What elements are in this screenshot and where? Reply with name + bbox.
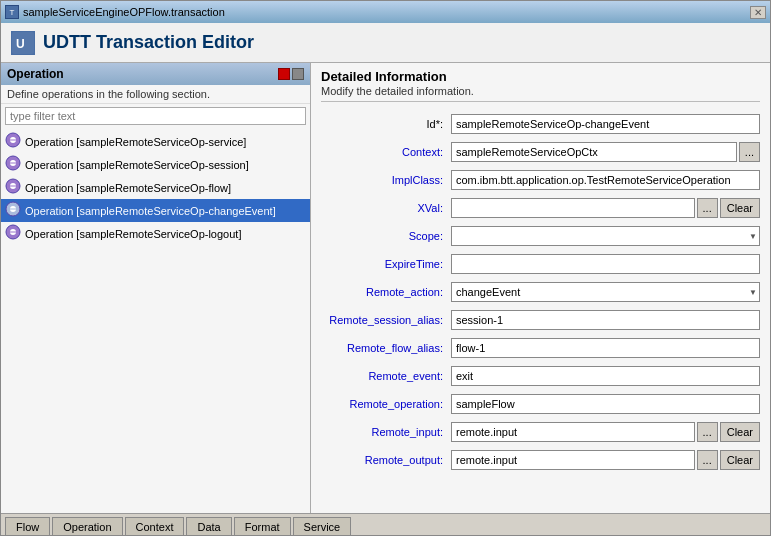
id-row: Id*: — [321, 112, 760, 136]
remote-input-clear-button[interactable]: Clear — [720, 422, 760, 442]
tree-area: Operation [sampleRemoteServiceOp-service… — [1, 128, 310, 513]
remote-operation-label[interactable]: Remote_operation: — [321, 398, 451, 410]
filter-input[interactable] — [5, 107, 306, 125]
form-area: Id*: Context: ... ImplClass: — [311, 108, 770, 513]
window-title: sampleServiceEngineOPFlow.transaction — [23, 6, 225, 18]
implclass-value-container — [451, 170, 760, 190]
id-label: Id*: — [321, 118, 451, 130]
tree-item-icon — [5, 132, 21, 151]
remote-operation-input[interactable] — [451, 394, 760, 414]
tree-item[interactable]: Operation [sampleRemoteServiceOp-session… — [1, 153, 310, 176]
svg-rect-7 — [8, 163, 18, 164]
svg-rect-4 — [8, 140, 18, 141]
context-label[interactable]: Context: — [321, 146, 451, 158]
panel-red-icon[interactable] — [278, 68, 290, 80]
close-icon[interactable]: ✕ — [750, 6, 766, 19]
title-bar: T sampleServiceEngineOPFlow.transaction … — [1, 1, 770, 23]
app-title: UDTT Transaction Editor — [43, 32, 254, 53]
remote-input-dots-button[interactable]: ... — [697, 422, 718, 442]
svg-text:U: U — [16, 37, 25, 51]
remote-session-alias-container — [451, 310, 760, 330]
tree-item-label: Operation [sampleRemoteServiceOp-service… — [25, 136, 246, 148]
context-dots-button[interactable]: ... — [739, 142, 760, 162]
remote-action-select[interactable]: changeEvent — [451, 282, 760, 302]
tree-item-icon — [5, 178, 21, 197]
id-input[interactable] — [451, 114, 760, 134]
remote-input-container: ... Clear — [451, 422, 760, 442]
remote-session-alias-label[interactable]: Remote_session_alias: — [321, 314, 451, 326]
remote-input-input[interactable] — [451, 422, 695, 442]
tab-context[interactable]: Context — [125, 517, 185, 535]
tree-item-label: Operation [sampleRemoteServiceOp-changeE… — [25, 205, 276, 217]
remote-operation-container — [451, 394, 760, 414]
main-content: Operation Define operations in the follo… — [1, 63, 770, 513]
remote-flow-alias-label[interactable]: Remote_flow_alias: — [321, 342, 451, 354]
remote-event-label[interactable]: Remote_event: — [321, 370, 451, 382]
remote-flow-alias-input[interactable] — [451, 338, 760, 358]
right-panel: Detailed Information Modify the detailed… — [311, 63, 770, 513]
tab-service[interactable]: Service — [293, 517, 352, 535]
right-subtitle: Modify the detailed information. — [321, 85, 760, 97]
svg-rect-10 — [8, 186, 18, 187]
xval-dots-button[interactable]: ... — [697, 198, 718, 218]
app-icon: U — [11, 31, 35, 55]
scope-label[interactable]: Scope: — [321, 230, 451, 242]
xval-input[interactable] — [451, 198, 695, 218]
remote-session-alias-row: Remote_session_alias: — [321, 308, 760, 332]
panel-grey-icon[interactable] — [292, 68, 304, 80]
remote-event-input[interactable] — [451, 366, 760, 386]
panel-subtitle: Define operations in the following secti… — [1, 85, 310, 104]
remote-action-label[interactable]: Remote_action: — [321, 286, 451, 298]
remote-action-container: changeEvent — [451, 282, 760, 302]
tab-data[interactable]: Data — [186, 517, 231, 535]
remote-event-container — [451, 366, 760, 386]
expiretime-label[interactable]: ExpireTime: — [321, 258, 451, 270]
remote-flow-alias-container — [451, 338, 760, 358]
window-icon: T — [5, 5, 19, 19]
xval-clear-button[interactable]: Clear — [720, 198, 760, 218]
tab-operation[interactable]: Operation — [52, 517, 122, 535]
remote-event-row: Remote_event: — [321, 364, 760, 388]
tab-format[interactable]: Format — [234, 517, 291, 535]
right-header: Detailed Information Modify the detailed… — [311, 63, 770, 108]
tree-item-label: Operation [sampleRemoteServiceOp-logout] — [25, 228, 241, 240]
remote-input-label[interactable]: Remote_input: — [321, 426, 451, 438]
expiretime-value-container — [451, 254, 760, 274]
tab-flow[interactable]: Flow — [5, 517, 50, 535]
scope-value-container — [451, 226, 760, 246]
remote-output-input[interactable] — [451, 450, 695, 470]
remote-output-container: ... Clear — [451, 450, 760, 470]
context-row: Context: ... — [321, 140, 760, 164]
context-input[interactable] — [451, 142, 737, 162]
tree-item-label: Operation [sampleRemoteServiceOp-flow] — [25, 182, 231, 194]
id-value-container — [451, 114, 760, 134]
scope-select[interactable] — [451, 226, 760, 246]
context-value-container: ... — [451, 142, 760, 162]
main-window: T sampleServiceEngineOPFlow.transaction … — [0, 0, 771, 536]
remote-action-row: Remote_action: changeEvent — [321, 280, 760, 304]
implclass-input[interactable] — [451, 170, 760, 190]
right-title: Detailed Information — [321, 69, 760, 84]
remote-input-row: Remote_input: ... Clear — [321, 420, 760, 444]
panel-icons — [278, 68, 304, 80]
implclass-row: ImplClass: — [321, 168, 760, 192]
implclass-label[interactable]: ImplClass: — [321, 174, 451, 186]
remote-output-label[interactable]: Remote_output: — [321, 454, 451, 466]
expiretime-input[interactable] — [451, 254, 760, 274]
tree-item[interactable]: Operation [sampleRemoteServiceOp-changeE… — [1, 199, 310, 222]
xval-value-container: ... Clear — [451, 198, 760, 218]
tree-item[interactable]: Operation [sampleRemoteServiceOp-flow] — [1, 176, 310, 199]
tree-item[interactable]: Operation [sampleRemoteServiceOp-service… — [1, 130, 310, 153]
expiretime-row: ExpireTime: — [321, 252, 760, 276]
remote-output-dots-button[interactable]: ... — [697, 450, 718, 470]
remote-session-alias-input[interactable] — [451, 310, 760, 330]
xval-label[interactable]: XVal: — [321, 202, 451, 214]
remote-output-row: Remote_output: ... Clear — [321, 448, 760, 472]
tree-item-icon — [5, 201, 21, 220]
tree-item[interactable]: Operation [sampleRemoteServiceOp-logout] — [1, 222, 310, 245]
panel-title: Operation — [7, 67, 64, 81]
remote-output-clear-button[interactable]: Clear — [720, 450, 760, 470]
svg-rect-13 — [8, 209, 18, 210]
scope-row: Scope: — [321, 224, 760, 248]
app-header: U UDTT Transaction Editor — [1, 23, 770, 63]
